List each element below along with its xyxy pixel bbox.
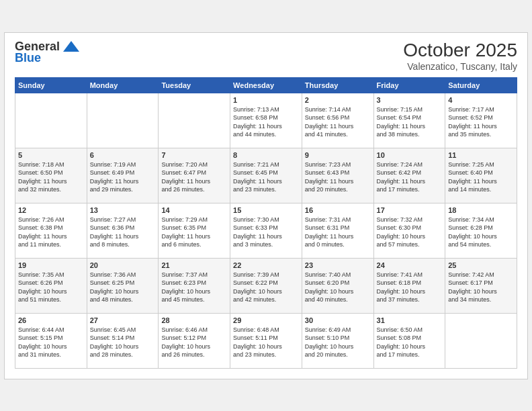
day-info: Sunrise: 7:17 AM Sunset: 6:52 PM Dayligh… xyxy=(448,105,514,139)
day-cell: 26Sunrise: 6:44 AM Sunset: 5:15 PM Dayli… xyxy=(15,313,87,368)
day-cell: 25Sunrise: 7:42 AM Sunset: 6:17 PM Dayli… xyxy=(445,258,517,313)
logo: General Blue xyxy=(15,40,81,65)
weekday-header-row: Sunday Monday Tuesday Wednesday Thursday… xyxy=(15,77,517,93)
logo-blue: Blue xyxy=(15,51,41,65)
day-number: 21 xyxy=(161,261,227,269)
week-row-3: 12Sunrise: 7:26 AM Sunset: 6:38 PM Dayli… xyxy=(15,203,517,258)
day-info: Sunrise: 7:15 AM Sunset: 6:54 PM Dayligh… xyxy=(377,105,443,139)
day-cell: 20Sunrise: 7:36 AM Sunset: 6:25 PM Dayli… xyxy=(87,258,159,313)
svg-marker-0 xyxy=(63,41,79,52)
day-info: Sunrise: 7:21 AM Sunset: 6:45 PM Dayligh… xyxy=(233,161,299,194)
month-title: October 2025 xyxy=(403,40,517,61)
day-cell: 7Sunrise: 7:20 AM Sunset: 6:47 PM Daylig… xyxy=(159,148,230,203)
day-info: Sunrise: 7:26 AM Sunset: 6:38 PM Dayligh… xyxy=(18,216,84,249)
day-info: Sunrise: 7:23 AM Sunset: 6:43 PM Dayligh… xyxy=(305,161,371,194)
day-info: Sunrise: 7:31 AM Sunset: 6:31 PM Dayligh… xyxy=(305,216,371,249)
day-number: 22 xyxy=(233,261,299,269)
day-cell: 22Sunrise: 7:39 AM Sunset: 6:22 PM Dayli… xyxy=(230,258,302,313)
header-tuesday: Tuesday xyxy=(159,77,230,93)
day-cell: 18Sunrise: 7:34 AM Sunset: 6:28 PM Dayli… xyxy=(445,203,517,258)
day-cell: 19Sunrise: 7:35 AM Sunset: 6:26 PM Dayli… xyxy=(15,258,87,313)
day-cell xyxy=(87,93,159,148)
day-number: 27 xyxy=(90,316,156,324)
day-cell: 15Sunrise: 7:30 AM Sunset: 6:33 PM Dayli… xyxy=(230,203,302,258)
day-info: Sunrise: 6:48 AM Sunset: 5:11 PM Dayligh… xyxy=(233,326,299,359)
day-info: Sunrise: 7:24 AM Sunset: 6:42 PM Dayligh… xyxy=(377,161,443,194)
day-number: 8 xyxy=(233,151,299,159)
calendar-body: 1Sunrise: 7:13 AM Sunset: 6:58 PM Daylig… xyxy=(15,93,517,368)
day-info: Sunrise: 6:46 AM Sunset: 5:12 PM Dayligh… xyxy=(161,326,227,359)
day-cell xyxy=(445,313,517,368)
day-number: 18 xyxy=(448,206,514,214)
day-number: 16 xyxy=(305,206,371,214)
day-cell: 31Sunrise: 6:50 AM Sunset: 5:08 PM Dayli… xyxy=(373,313,445,368)
day-number: 20 xyxy=(90,261,156,269)
day-number: 9 xyxy=(305,151,371,159)
day-info: Sunrise: 6:44 AM Sunset: 5:15 PM Dayligh… xyxy=(18,326,84,359)
day-number: 23 xyxy=(305,261,371,269)
day-cell: 3Sunrise: 7:15 AM Sunset: 6:54 PM Daylig… xyxy=(373,93,445,148)
day-number: 10 xyxy=(377,151,443,159)
week-row-4: 19Sunrise: 7:35 AM Sunset: 6:26 PM Dayli… xyxy=(15,258,517,313)
day-info: Sunrise: 7:20 AM Sunset: 6:47 PM Dayligh… xyxy=(161,161,227,194)
day-cell: 21Sunrise: 7:37 AM Sunset: 6:23 PM Dayli… xyxy=(159,258,230,313)
day-cell: 27Sunrise: 6:45 AM Sunset: 5:14 PM Dayli… xyxy=(87,313,159,368)
day-info: Sunrise: 7:25 AM Sunset: 6:40 PM Dayligh… xyxy=(448,161,514,194)
day-cell: 8Sunrise: 7:21 AM Sunset: 6:45 PM Daylig… xyxy=(230,148,302,203)
day-cell: 4Sunrise: 7:17 AM Sunset: 6:52 PM Daylig… xyxy=(445,93,517,148)
day-cell: 17Sunrise: 7:32 AM Sunset: 6:30 PM Dayli… xyxy=(373,203,445,258)
header-friday: Friday xyxy=(373,77,445,93)
day-number: 7 xyxy=(161,151,227,159)
week-row-5: 26Sunrise: 6:44 AM Sunset: 5:15 PM Dayli… xyxy=(15,313,517,368)
day-cell: 1Sunrise: 7:13 AM Sunset: 6:58 PM Daylig… xyxy=(230,93,302,148)
day-cell: 5Sunrise: 7:18 AM Sunset: 6:50 PM Daylig… xyxy=(15,148,87,203)
day-info: Sunrise: 6:50 AM Sunset: 5:08 PM Dayligh… xyxy=(377,326,443,359)
logo-icon xyxy=(62,40,81,53)
day-number: 12 xyxy=(18,206,84,214)
day-cell: 2Sunrise: 7:14 AM Sunset: 6:56 PM Daylig… xyxy=(302,93,373,148)
day-info: Sunrise: 7:36 AM Sunset: 6:25 PM Dayligh… xyxy=(90,271,156,304)
day-info: Sunrise: 7:29 AM Sunset: 6:35 PM Dayligh… xyxy=(161,216,227,249)
header-thursday: Thursday xyxy=(302,77,373,93)
day-info: Sunrise: 7:35 AM Sunset: 6:26 PM Dayligh… xyxy=(18,271,84,304)
day-number: 31 xyxy=(377,316,443,324)
day-number: 4 xyxy=(448,96,514,104)
header-monday: Monday xyxy=(87,77,159,93)
day-cell: 16Sunrise: 7:31 AM Sunset: 6:31 PM Dayli… xyxy=(302,203,373,258)
calendar-table: Sunday Monday Tuesday Wednesday Thursday… xyxy=(15,77,517,369)
day-info: Sunrise: 7:14 AM Sunset: 6:56 PM Dayligh… xyxy=(305,105,371,139)
day-info: Sunrise: 7:39 AM Sunset: 6:22 PM Dayligh… xyxy=(233,271,299,304)
day-cell: 28Sunrise: 6:46 AM Sunset: 5:12 PM Dayli… xyxy=(159,313,230,368)
day-number: 3 xyxy=(377,96,443,104)
week-row-2: 5Sunrise: 7:18 AM Sunset: 6:50 PM Daylig… xyxy=(15,148,517,203)
day-number: 30 xyxy=(305,316,371,324)
day-number: 13 xyxy=(90,206,156,214)
day-info: Sunrise: 7:37 AM Sunset: 6:23 PM Dayligh… xyxy=(161,271,227,304)
day-number: 19 xyxy=(18,261,84,269)
day-info: Sunrise: 7:18 AM Sunset: 6:50 PM Dayligh… xyxy=(18,161,84,194)
day-info: Sunrise: 7:34 AM Sunset: 6:28 PM Dayligh… xyxy=(448,216,514,249)
day-cell: 9Sunrise: 7:23 AM Sunset: 6:43 PM Daylig… xyxy=(302,148,373,203)
day-number: 15 xyxy=(233,206,299,214)
day-info: Sunrise: 7:30 AM Sunset: 6:33 PM Dayligh… xyxy=(233,216,299,249)
day-cell: 11Sunrise: 7:25 AM Sunset: 6:40 PM Dayli… xyxy=(445,148,517,203)
day-info: Sunrise: 6:49 AM Sunset: 5:10 PM Dayligh… xyxy=(305,326,371,359)
day-number: 1 xyxy=(233,96,299,104)
location-title: Valenzatico, Tuscany, Italy xyxy=(403,61,517,72)
day-info: Sunrise: 7:40 AM Sunset: 6:20 PM Dayligh… xyxy=(305,271,371,304)
day-info: Sunrise: 7:27 AM Sunset: 6:36 PM Dayligh… xyxy=(90,216,156,249)
day-cell: 23Sunrise: 7:40 AM Sunset: 6:20 PM Dayli… xyxy=(302,258,373,313)
day-info: Sunrise: 7:41 AM Sunset: 6:18 PM Dayligh… xyxy=(377,271,443,304)
day-number: 25 xyxy=(448,261,514,269)
day-number: 28 xyxy=(161,316,227,324)
header-saturday: Saturday xyxy=(445,77,517,93)
day-info: Sunrise: 7:32 AM Sunset: 6:30 PM Dayligh… xyxy=(377,216,443,249)
day-cell: 24Sunrise: 7:41 AM Sunset: 6:18 PM Dayli… xyxy=(373,258,445,313)
day-info: Sunrise: 6:45 AM Sunset: 5:14 PM Dayligh… xyxy=(90,326,156,359)
day-cell xyxy=(159,93,230,148)
day-number: 24 xyxy=(377,261,443,269)
day-number: 17 xyxy=(377,206,443,214)
header-area: General Blue October 2025 Valenzatico, T… xyxy=(15,40,517,72)
day-number: 2 xyxy=(305,96,371,104)
day-number: 5 xyxy=(18,151,84,159)
